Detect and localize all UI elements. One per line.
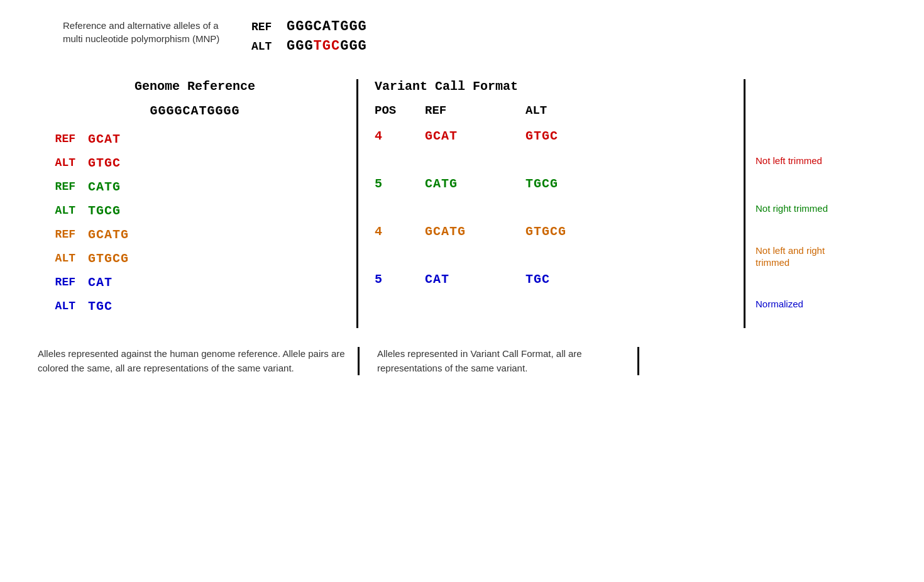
genome-label-7: REF bbox=[38, 276, 88, 288]
vcf-alt-4: TGC bbox=[525, 272, 626, 287]
left-divider bbox=[352, 79, 362, 328]
top-alleles: REF GGGCATGGG ALT GGGTGCGGG bbox=[251, 19, 367, 54]
genome-label-6: ALT bbox=[38, 252, 88, 265]
annotation-section: Not left trimmed Not right trimmed Not l… bbox=[749, 79, 899, 328]
genome-seq-6: GTGCG bbox=[88, 251, 129, 266]
vcf-pos-4: 5 bbox=[375, 272, 425, 287]
bottom-left-divider bbox=[352, 347, 365, 375]
vcf-spacer-2 bbox=[375, 195, 739, 219]
bottom-right-spacer bbox=[643, 347, 899, 375]
vcf-spacer-4 bbox=[375, 291, 739, 315]
genome-row-4: ALT TGCG bbox=[38, 199, 352, 222]
genome-label-3: REF bbox=[38, 180, 88, 193]
annotation-text-3: Not left and righttrimmed bbox=[756, 244, 825, 269]
bottom-section: Alleles represented against the human ge… bbox=[25, 347, 899, 375]
genome-row-8: ALT TGC bbox=[38, 294, 352, 318]
left-divider-line bbox=[356, 79, 358, 328]
genome-row-3: REF CATG bbox=[38, 175, 352, 199]
vcf-header-ref: REF bbox=[425, 104, 525, 118]
vcf-pos-1: 4 bbox=[375, 129, 425, 143]
top-ref-row: REF GGGCATGGG bbox=[251, 19, 367, 35]
bottom-left-text: Alleles represented against the human ge… bbox=[25, 347, 352, 375]
alt-prefix: GGG bbox=[287, 38, 314, 54]
vcf-row-4: 5 CAT TGC bbox=[375, 267, 739, 291]
vcf-pos-3: 4 bbox=[375, 224, 425, 239]
genome-seq-2: GTGC bbox=[88, 156, 121, 170]
right-divider bbox=[739, 79, 749, 328]
vcf-row-1: 4 GCAT GTGC bbox=[375, 124, 739, 148]
top-alt-row: ALT GGGTGCGGG bbox=[251, 38, 367, 54]
annotation-rows: Not left trimmed Not right trimmed Not l… bbox=[756, 137, 899, 328]
alt-suffix: GGG bbox=[340, 38, 367, 54]
annotation-text-4: Normalized bbox=[756, 298, 803, 310]
bottom-right-divider-line bbox=[637, 347, 639, 375]
main-content: Genome Reference GGGGCATGGGG REF GCAT AL… bbox=[25, 79, 899, 328]
alt-mid: TGC bbox=[314, 38, 341, 54]
right-divider-line bbox=[744, 79, 745, 328]
annotation-row-3: Not left and righttrimmed bbox=[756, 233, 899, 280]
genome-seq-8: TGC bbox=[88, 299, 113, 314]
genome-seq-7: CAT bbox=[88, 275, 113, 290]
genome-label-4: ALT bbox=[38, 204, 88, 217]
annotation-row-2: Not right trimmed bbox=[756, 185, 899, 233]
genome-section-title: Genome Reference bbox=[38, 79, 352, 94]
genome-row-7: REF CAT bbox=[38, 270, 352, 294]
top-alt-seq: GGGTGCGGG bbox=[287, 38, 367, 54]
genome-ref-seq: GGGGCATGGGG bbox=[38, 104, 352, 118]
vcf-section: Variant Call Format POS REF ALT 4 GCAT G… bbox=[362, 79, 739, 328]
vcf-spacer-1 bbox=[375, 148, 739, 172]
top-ref-seq: GGGCATGGG bbox=[287, 19, 367, 35]
genome-seq-4: TGCG bbox=[88, 204, 121, 218]
vcf-row-3: 4 GCATG GTGCG bbox=[375, 219, 739, 243]
vcf-header-pos: POS bbox=[375, 104, 425, 118]
bottom-left-divider-line bbox=[358, 347, 360, 375]
annotation-top-spacer bbox=[756, 79, 899, 137]
genome-label-8: ALT bbox=[38, 300, 88, 312]
genome-row-2: ALT GTGC bbox=[38, 151, 352, 175]
vcf-spacer-3 bbox=[375, 243, 739, 267]
vcf-alt-1: GTGC bbox=[525, 129, 626, 143]
genome-section: Genome Reference GGGGCATGGGG REF GCAT AL… bbox=[25, 79, 352, 328]
vcf-row-2: 5 CATG TGCG bbox=[375, 172, 739, 195]
annotation-text-2: Not right trimmed bbox=[756, 202, 828, 215]
vcf-ref-2: CATG bbox=[425, 177, 525, 191]
vcf-alt-3: GTGCG bbox=[525, 224, 626, 239]
top-section: Reference and alternative alleles of a m… bbox=[25, 19, 899, 54]
vcf-rows: 4 GCAT GTGC 5 CATG TGCG 4 GCATG bbox=[375, 124, 739, 315]
genome-seq-5: GCATG bbox=[88, 228, 129, 242]
bottom-right-text: Alleles represented in Variant Call Form… bbox=[365, 347, 633, 375]
genome-row-5: REF GCATG bbox=[38, 222, 352, 246]
genome-label-2: ALT bbox=[38, 156, 88, 169]
annotation-row-4: Normalized bbox=[756, 280, 899, 328]
vcf-pos-2: 5 bbox=[375, 177, 425, 191]
genome-label-1: REF bbox=[38, 133, 88, 145]
vcf-section-title: Variant Call Format bbox=[375, 79, 739, 94]
vcf-header: POS REF ALT bbox=[375, 104, 739, 118]
top-ref-label: REF bbox=[251, 21, 277, 33]
vcf-header-alt: ALT bbox=[525, 104, 626, 118]
vcf-ref-1: GCAT bbox=[425, 129, 525, 143]
genome-row-6: ALT GTGCG bbox=[38, 246, 352, 270]
genome-row-1: REF GCAT bbox=[38, 127, 352, 151]
vcf-alt-2: TGCG bbox=[525, 177, 626, 191]
top-alt-label: ALT bbox=[251, 40, 277, 53]
genome-rows: REF GCAT ALT GTGC REF CATG ALT TGCG REF … bbox=[38, 127, 352, 318]
genome-label-5: REF bbox=[38, 228, 88, 241]
annotation-row-1: Not left trimmed bbox=[756, 137, 899, 185]
top-description: Reference and alternative alleles of a m… bbox=[63, 19, 226, 45]
bottom-right-divider bbox=[633, 347, 643, 375]
vcf-ref-3: GCATG bbox=[425, 224, 525, 239]
genome-seq-3: CATG bbox=[88, 180, 121, 194]
annotation-text-1: Not left trimmed bbox=[756, 155, 822, 167]
vcf-ref-4: CAT bbox=[425, 272, 525, 287]
genome-seq-1: GCAT bbox=[88, 132, 121, 146]
